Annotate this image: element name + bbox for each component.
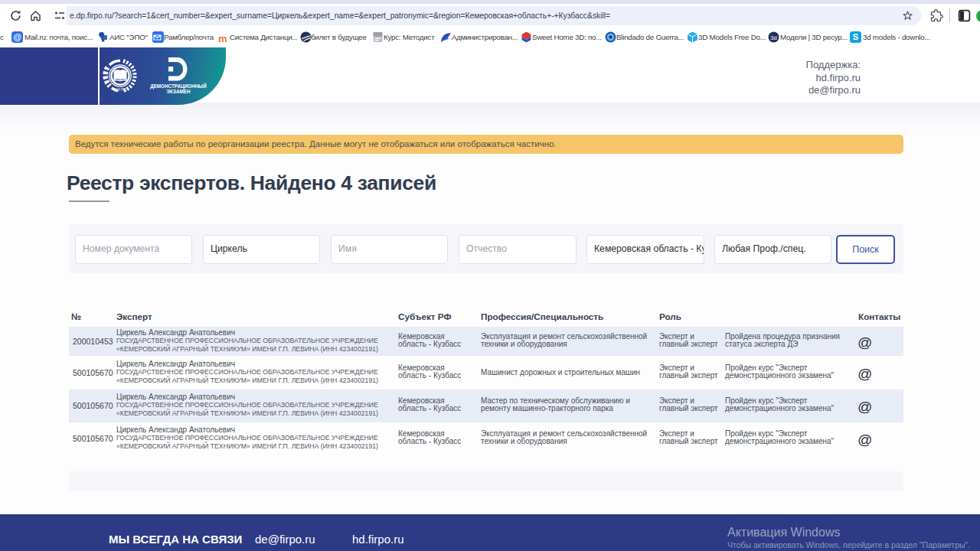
svg-text:3d: 3d <box>770 34 776 41</box>
svg-text:М И П О: М И П О <box>113 88 127 92</box>
